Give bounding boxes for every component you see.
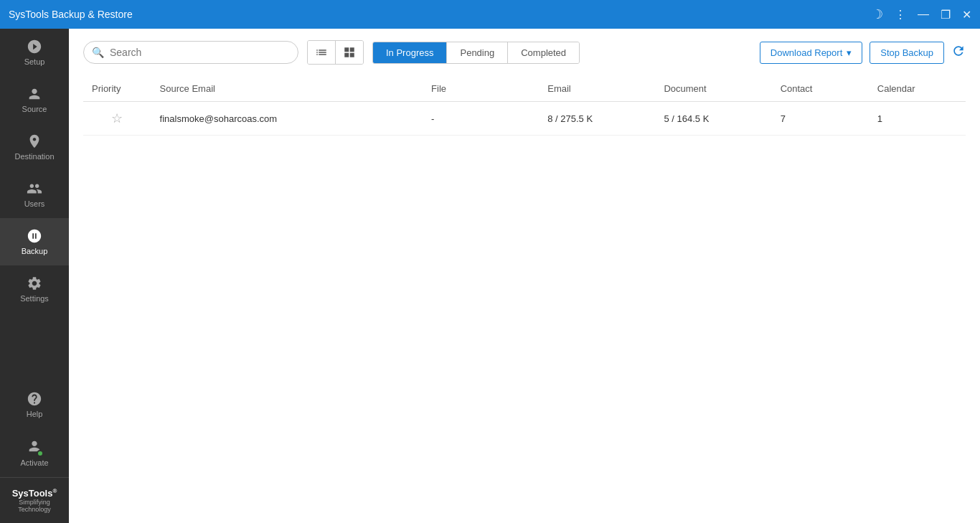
sidebar-label-setup: Setup [24,57,45,66]
app-body: Setup Source Destination Users Backup [0,29,980,523]
status-tabs: In Progress Pending Completed [372,42,580,64]
col-header-source-email: Source Email [151,76,423,102]
table-header-row: Priority Source Email File Email Documen… [83,76,966,102]
view-toggles [307,40,364,65]
sidebar-label-settings: Settings [20,294,49,303]
sidebar-item-destination[interactable]: Destination [0,123,69,171]
tab-completed[interactable]: Completed [507,42,579,63]
col-header-document: Document [655,76,771,102]
sidebar-item-backup[interactable]: Backup [0,218,69,265]
dropdown-arrow-icon: ▾ [847,47,852,58]
stop-backup-button[interactable]: Stop Backup [870,42,944,64]
search-icon: 🔍 [92,47,104,58]
col-header-contact: Contact [772,76,869,102]
settings-icon [27,275,42,291]
sidebar-item-help[interactable]: Help [0,381,69,428]
cell-source-email: finalsmoke@soharcoas.com [151,102,423,136]
activate-status-dot [37,450,44,457]
cell-priority: ☆ [83,102,151,136]
maximize-icon[interactable]: ❐ [941,8,951,22]
minimize-icon[interactable]: — [918,8,929,21]
brand-tagline: Simplifying Technology [6,499,63,513]
sidebar-bottom: Help Activate SysTools® Simplifying Tech… [0,381,69,523]
sidebar-label-destination: Destination [14,152,54,161]
window-controls: ☽ ⋮ — ❐ ✕ [872,6,971,22]
col-header-email: Email [539,76,655,102]
data-table: Priority Source Email File Email Documen… [83,76,966,136]
col-header-file: File [423,76,539,102]
cell-document: 5 / 164.5 K [655,102,771,136]
sidebar-item-settings[interactable]: Settings [0,265,69,313]
table-body: ☆ finalsmoke@soharcoas.com - 8 / 275.5 K… [83,102,966,136]
theme-icon[interactable]: ☽ [872,6,883,22]
sidebar-item-activate[interactable]: Activate [0,428,69,477]
sidebar-item-users[interactable]: Users [0,171,69,218]
cell-email: 8 / 275.5 K [539,102,655,136]
list-view-button[interactable] [308,41,335,64]
activate-icon-wrapper [27,438,42,456]
destination-icon [27,133,42,149]
sidebar-label-activate: Activate [20,458,48,467]
sidebar-logo: SysTools® Simplifying Technology [0,477,69,523]
main-content: 🔍 In Progress Pending [69,29,980,523]
refresh-button[interactable] [951,44,966,62]
refresh-icon [951,44,966,58]
sidebar-label-backup: Backup [22,247,48,255]
close-icon[interactable]: ✕ [962,8,971,22]
grid-view-icon [343,46,356,59]
download-report-button[interactable]: Download Report ▾ [760,42,862,64]
help-icon [27,391,42,407]
users-icon [27,181,42,197]
table-row: ☆ finalsmoke@soharcoas.com - 8 / 275.5 K… [83,102,966,136]
brand-logo: SysTools® [6,488,63,499]
search-wrapper: 🔍 [83,41,298,64]
priority-star-icon[interactable]: ☆ [111,111,123,126]
app-title: SysTools Backup & Restore [9,9,872,20]
backup-icon [27,228,42,244]
tab-pending[interactable]: Pending [446,42,507,63]
titlebar: SysTools Backup & Restore ☽ ⋮ — ❐ ✕ [0,0,980,29]
topbar: 🔍 In Progress Pending [83,40,966,65]
grid-view-button[interactable] [335,41,363,64]
sidebar-label-source: Source [22,105,47,113]
sidebar-label-help: Help [27,410,43,418]
table-header: Priority Source Email File Email Documen… [83,76,966,102]
cell-file: - [423,102,539,136]
cell-calendar: 1 [869,102,966,136]
col-header-priority: Priority [83,76,151,102]
sidebar-label-users: Users [24,199,45,208]
sidebar: Setup Source Destination Users Backup [0,29,69,523]
cell-contact: 7 [772,102,869,136]
setup-icon [27,39,42,55]
sidebar-item-source[interactable]: Source [0,76,69,123]
sidebar-item-setup[interactable]: Setup [0,29,69,76]
topbar-right: Download Report ▾ Stop Backup [760,42,966,64]
search-input[interactable] [83,41,298,64]
menu-icon[interactable]: ⋮ [895,8,906,22]
list-view-icon [315,46,328,59]
source-icon [27,86,42,102]
tab-in-progress[interactable]: In Progress [373,42,446,63]
col-header-calendar: Calendar [869,76,966,102]
